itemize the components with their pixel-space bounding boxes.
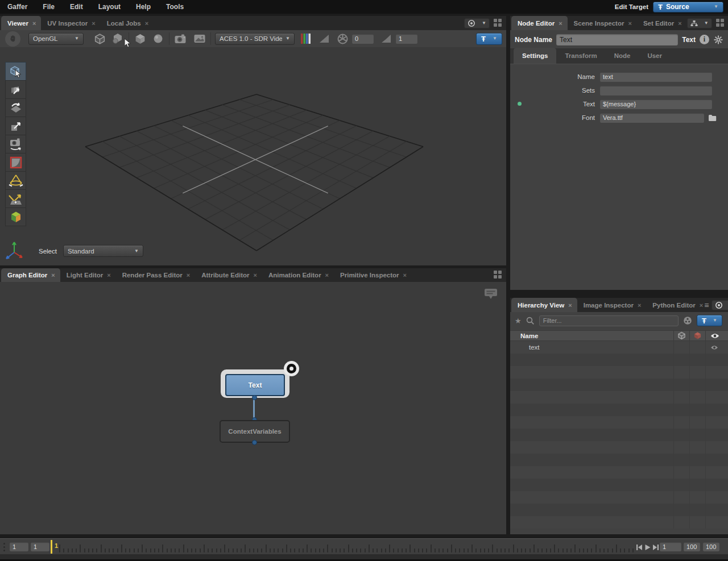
row-cell[interactable] bbox=[705, 429, 728, 441]
row-cell[interactable] bbox=[705, 491, 728, 504]
hierarchy-row[interactable] bbox=[510, 491, 728, 504]
row-cell[interactable] bbox=[673, 354, 689, 366]
hierarchy-row[interactable] bbox=[510, 354, 728, 366]
close-tab-icon[interactable]: × bbox=[107, 272, 110, 279]
sets-filter-icon[interactable] bbox=[683, 316, 692, 325]
menu-help[interactable]: Help bbox=[136, 3, 151, 11]
section-tab-transform[interactable]: Transform bbox=[556, 48, 605, 64]
row-cell[interactable] bbox=[689, 341, 705, 354]
tab-image-inspector[interactable]: Image Inspector × bbox=[577, 298, 647, 312]
close-tab-icon[interactable]: × bbox=[187, 272, 190, 279]
shading-mode-button[interactable] bbox=[133, 32, 147, 45]
exposure-button[interactable] bbox=[336, 32, 349, 45]
row-cell[interactable] bbox=[689, 479, 705, 491]
histogram-button[interactable] bbox=[317, 32, 331, 45]
text-input[interactable]: ${message} bbox=[600, 99, 712, 109]
row-cell[interactable] bbox=[689, 379, 705, 391]
folder-icon[interactable] bbox=[708, 114, 717, 122]
row-cell[interactable] bbox=[705, 354, 728, 366]
current-frame-input[interactable]: 1 bbox=[660, 542, 681, 551]
display-transform-dropdown[interactable]: ACES 1.0 - SDR Video ▼ bbox=[215, 33, 295, 45]
hierarchy-row[interactable]: text bbox=[510, 341, 728, 354]
row-cell[interactable] bbox=[673, 366, 689, 379]
row-cell[interactable] bbox=[705, 366, 728, 379]
row-cell[interactable] bbox=[673, 466, 689, 479]
tab-animation-editor[interactable]: Animation Editor × bbox=[262, 268, 334, 282]
row-cell[interactable] bbox=[673, 504, 689, 516]
row-cell[interactable] bbox=[689, 404, 705, 416]
row-cell[interactable] bbox=[673, 404, 689, 416]
tab-primitive-inspector[interactable]: Primitive Inspector × bbox=[334, 268, 412, 282]
name-column-header[interactable]: Name bbox=[510, 333, 673, 339]
row-cell[interactable] bbox=[673, 416, 689, 429]
play-icon[interactable] bbox=[644, 544, 651, 551]
hierarchy-row[interactable] bbox=[510, 416, 728, 429]
section-tab-settings[interactable]: Settings bbox=[514, 48, 556, 64]
timeline-grip[interactable] bbox=[3, 543, 5, 551]
row-cell[interactable] bbox=[673, 479, 689, 491]
node-text[interactable]: Text bbox=[225, 374, 285, 396]
tab-node-editor[interactable]: Node Editor × bbox=[511, 16, 568, 30]
hierarchy-row[interactable] bbox=[510, 454, 728, 466]
frame-range-end-input[interactable]: 100 bbox=[703, 542, 719, 551]
close-tab-icon[interactable]: × bbox=[638, 302, 641, 309]
close-tab-icon[interactable]: × bbox=[145, 20, 148, 27]
pin-editor-dropdown[interactable]: ▼ bbox=[464, 18, 490, 28]
light-position-tool-button[interactable] bbox=[5, 189, 26, 208]
tab-local-jobs[interactable]: Local Jobs × bbox=[101, 16, 154, 30]
tab-uv-inspector[interactable]: UV Inspector × bbox=[41, 16, 100, 30]
hamburger-menu-icon[interactable]: ≡ bbox=[704, 301, 709, 310]
row-cell[interactable] bbox=[673, 491, 689, 504]
node-contextvariables[interactable]: ContextVariables bbox=[220, 420, 290, 443]
select-mode-dropdown[interactable]: Standard ▼ bbox=[63, 245, 143, 257]
edit-target-dropdown[interactable]: Ŧ Source ▼ bbox=[653, 2, 723, 13]
gamma-button[interactable] bbox=[379, 32, 393, 45]
name-input[interactable]: text bbox=[600, 72, 712, 82]
lighting-mode-button[interactable] bbox=[151, 32, 165, 45]
expansion-column-header[interactable] bbox=[673, 331, 689, 340]
menu-gaffer[interactable]: Gaffer bbox=[7, 3, 27, 11]
close-tab-icon[interactable]: × bbox=[568, 302, 572, 309]
pin-editor-dropdown[interactable]: ▼ bbox=[712, 300, 728, 310]
hierarchy-row[interactable] bbox=[510, 404, 728, 416]
row-cell[interactable] bbox=[673, 441, 689, 454]
row-cell[interactable] bbox=[673, 516, 689, 529]
tab-graph-editor[interactable]: Graph Editor × bbox=[1, 268, 60, 282]
row-cell[interactable] bbox=[689, 391, 705, 404]
skip-to-start-icon[interactable] bbox=[636, 544, 643, 551]
layout-menu-icon[interactable] bbox=[716, 19, 725, 27]
renderer-dropdown[interactable]: OpenGL ▼ bbox=[28, 33, 84, 45]
render-comparison-button[interactable] bbox=[193, 32, 206, 45]
row-cell[interactable] bbox=[689, 354, 705, 366]
frame-range-start-input[interactable]: 1 bbox=[10, 542, 28, 551]
row-cell[interactable] bbox=[705, 391, 728, 404]
hierarchy-row[interactable] bbox=[510, 379, 728, 391]
row-cell[interactable] bbox=[673, 454, 689, 466]
camera-tool-button[interactable] bbox=[5, 135, 26, 153]
viewer-focus-dropdown[interactable]: Ŧ ▼ bbox=[476, 33, 502, 45]
tab-light-editor[interactable]: Light Editor × bbox=[60, 268, 116, 282]
close-tab-icon[interactable]: × bbox=[32, 20, 36, 27]
row-cell[interactable] bbox=[673, 391, 689, 404]
row-cell[interactable] bbox=[673, 341, 689, 354]
annotation-icon[interactable] bbox=[483, 288, 498, 300]
row-cell[interactable] bbox=[689, 366, 705, 379]
focus-ring-icon[interactable] bbox=[284, 361, 299, 376]
tab-scene-inspector[interactable]: Scene Inspector × bbox=[568, 16, 637, 30]
exposure-input[interactable]: 0 bbox=[352, 34, 374, 44]
translate-tool-button[interactable] bbox=[5, 80, 26, 99]
row-cell[interactable] bbox=[705, 516, 728, 529]
close-tab-icon[interactable]: × bbox=[628, 20, 631, 27]
hierarchy-row[interactable] bbox=[510, 366, 728, 379]
render-column-header[interactable] bbox=[689, 331, 705, 340]
hierarchy-row[interactable] bbox=[510, 479, 728, 491]
sets-input[interactable] bbox=[600, 86, 712, 95]
close-tab-icon[interactable]: × bbox=[92, 20, 95, 27]
close-tab-icon[interactable]: × bbox=[325, 272, 329, 279]
hierarchy-row[interactable] bbox=[510, 466, 728, 479]
menu-edit[interactable]: Edit bbox=[70, 3, 83, 11]
row-cell[interactable] bbox=[689, 454, 705, 466]
row-cell[interactable] bbox=[689, 516, 705, 529]
contextvariables-out-plug[interactable] bbox=[252, 440, 257, 445]
hierarchy-row[interactable] bbox=[510, 391, 728, 404]
